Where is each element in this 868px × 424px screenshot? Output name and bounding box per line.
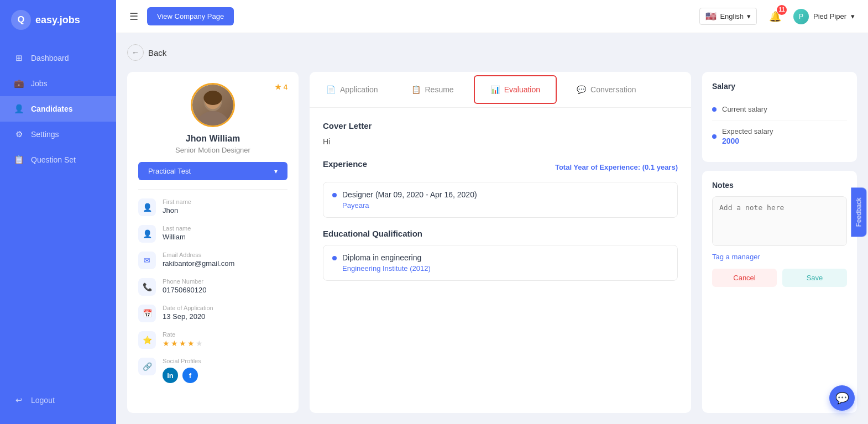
star-5: ★	[196, 339, 203, 348]
last-name-value: William	[163, 233, 191, 241]
rating-value: 4	[284, 83, 287, 91]
right-panel: 📄 Application 📋 Resume 📊 Evaluation	[310, 72, 691, 413]
doa-value: 13 Sep, 2020	[163, 312, 213, 321]
tab-conversation[interactable]: 💬 Conversation	[560, 72, 653, 107]
right-sidebar: Salary Current salary Expected salary	[702, 72, 857, 413]
two-col-layout: ★ 4	[127, 72, 857, 413]
star-2: ★	[171, 339, 178, 348]
sidebar-item-label: Candidates	[31, 104, 72, 113]
phone-value: 01750690120	[163, 286, 207, 294]
topbar: ☰ View Company Page 🇺🇸 English ▾ 🔔 11 P …	[116, 0, 868, 33]
back-label: Back	[148, 48, 166, 57]
evaluation-tab-icon: 📊	[490, 85, 500, 94]
notifications-button[interactable]: 🔔 11	[766, 7, 785, 26]
logo-text: easy.jobs	[35, 14, 80, 26]
sidebar-nav: ⊞ Dashboard 💼 Jobs 👤 Candidates ⚙ Settin…	[0, 40, 116, 388]
content-area: ← Back ★ 4	[116, 33, 868, 424]
experience-title: Experience	[323, 159, 367, 169]
star-4: ★	[187, 339, 195, 348]
logo-icon: Q	[11, 10, 31, 30]
tab-resume[interactable]: 📋 Resume	[395, 72, 470, 107]
notes-title: Notes	[712, 181, 847, 190]
experience-item-content: Designer (Mar 09, 2020 - Apr 16, 2020) P…	[342, 190, 477, 210]
doa-item: 📅 Date of Application 13 Sep, 2020	[138, 305, 287, 322]
education-item: Diploma in engineering Engineering Insti…	[323, 245, 678, 281]
linkedin-icon[interactable]: in	[163, 368, 178, 383]
phone-label: Phone Number	[163, 278, 207, 285]
feedback-tab[interactable]: Feedback	[851, 187, 867, 237]
sidebar-item-candidates[interactable]: 👤 Candidates	[0, 96, 116, 122]
jobs-icon: 💼	[13, 78, 24, 89]
first-name-label: First name	[163, 198, 191, 205]
topbar-right: 🇺🇸 English ▾ 🔔 11 P Pied Piper ▾	[699, 7, 855, 26]
candidate-header: ★ 4	[138, 83, 287, 190]
back-button[interactable]: ← Back	[127, 44, 857, 61]
email-value: rakibantor@gmail.com	[163, 259, 234, 268]
expected-salary-label: Expected salary	[722, 127, 773, 135]
feedback-label: Feedback	[855, 197, 863, 227]
save-button[interactable]: Save	[782, 269, 847, 287]
experience-dot	[332, 193, 337, 197]
education-institute: Engineering Institute (2012)	[342, 264, 431, 273]
education-degree: Diploma in engineering	[342, 253, 431, 262]
star-1: ★	[163, 339, 170, 348]
tab-conversation-label: Conversation	[590, 85, 636, 94]
sidebar-item-dashboard[interactable]: ⊞ Dashboard	[0, 45, 116, 71]
current-salary-row: Current salary	[712, 98, 847, 121]
app-logo: Q easy.jobs	[0, 0, 116, 40]
sidebar: Q easy.jobs ⊞ Dashboard 💼 Jobs 👤 Candida…	[0, 0, 116, 424]
rating-badge: ★ 4	[275, 83, 287, 91]
cancel-button[interactable]: Cancel	[712, 269, 777, 287]
cover-letter-text: Hi	[323, 137, 678, 146]
last-name-content: Last name William	[163, 225, 191, 241]
social-label: Social Profiles	[163, 358, 201, 364]
hamburger-icon[interactable]: ☰	[129, 11, 138, 23]
tab-evaluation-label: Evaluation	[504, 85, 540, 94]
notes-actions: Cancel Save	[712, 269, 847, 287]
social-content: Social Profiles in f	[163, 358, 201, 383]
expected-salary-content: Expected salary 2000	[722, 127, 773, 145]
expected-salary-value: 2000	[722, 137, 773, 145]
chat-bubble[interactable]: 💬	[829, 385, 855, 411]
phone-content: Phone Number 01750690120	[163, 278, 207, 294]
current-salary-dot	[712, 107, 717, 112]
logout-button[interactable]: ↩ Logout	[0, 388, 116, 413]
tab-application[interactable]: 📄 Application	[310, 72, 395, 107]
sidebar-item-jobs[interactable]: 💼 Jobs	[0, 71, 116, 96]
language-selector[interactable]: 🇺🇸 English ▾	[699, 8, 757, 25]
star2-icon: ⭐	[138, 331, 156, 349]
experience-item: Designer (Mar 09, 2020 - Apr 16, 2020) P…	[323, 182, 678, 218]
chevron-down-icon: ▾	[747, 12, 751, 20]
tab-application-label: Application	[340, 85, 378, 94]
settings-icon: ⚙	[13, 129, 24, 140]
last-name-label: Last name	[163, 225, 191, 232]
first-name-item: 👤 First name Jhon	[138, 198, 287, 216]
tag-manager-link[interactable]: Tag a manager	[712, 253, 847, 261]
expected-salary-dot	[712, 134, 717, 139]
calendar-icon: 📅	[138, 305, 156, 322]
company-selector[interactable]: P Pied Piper ▾	[793, 9, 855, 24]
question-set-icon: 📋	[13, 154, 24, 165]
avatar-placeholder	[192, 85, 233, 125]
notes-card: Notes Tag a manager Cancel Save	[702, 171, 857, 413]
notifications-badge: 11	[777, 5, 787, 15]
company-name: Pied Piper	[813, 12, 846, 20]
rate-label: Rate	[163, 331, 203, 338]
sidebar-item-question-set[interactable]: 📋 Question Set	[0, 147, 116, 172]
main-area: ☰ View Company Page 🇺🇸 English ▾ 🔔 11 P …	[116, 0, 868, 424]
svg-point-3	[203, 91, 222, 105]
application-tab-icon: 📄	[326, 85, 336, 94]
facebook-icon[interactable]: f	[182, 368, 198, 383]
view-company-button[interactable]: View Company Page	[147, 7, 234, 25]
company-logo-icon: P	[793, 9, 809, 24]
experience-item-company: Payeara	[342, 201, 477, 210]
current-salary-content: Current salary	[722, 105, 767, 113]
notes-textarea[interactable]	[712, 196, 847, 246]
sidebar-item-label: Jobs	[31, 79, 48, 88]
stage-button[interactable]: Practical Test ▾	[138, 162, 287, 180]
avatar	[191, 83, 235, 127]
tab-evaluation[interactable]: 📊 Evaluation	[474, 75, 557, 104]
salary-card: Salary Current salary Expected salary	[702, 72, 857, 162]
sidebar-item-settings[interactable]: ⚙ Settings	[0, 122, 116, 147]
experience-header: Experience Total Year of Experience: (0.…	[323, 159, 678, 175]
